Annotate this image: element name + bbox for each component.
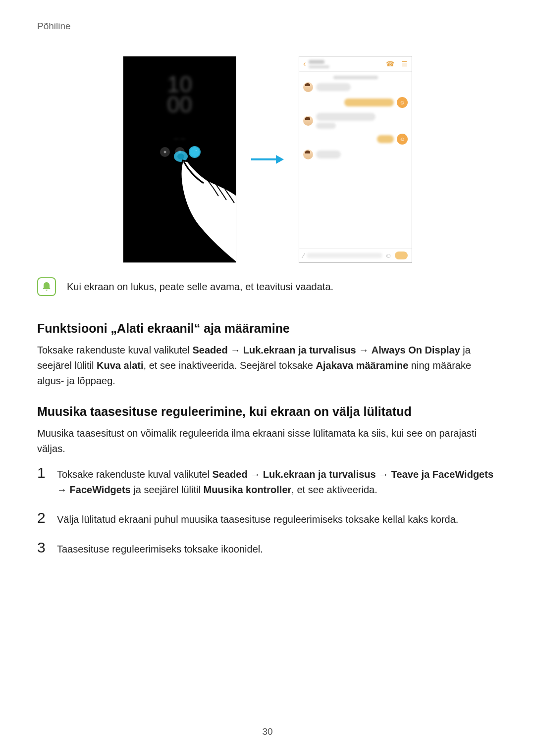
- tap-hand-illustration: [173, 151, 236, 263]
- side-rule: [26, 0, 26, 35]
- bubble-in: [316, 83, 351, 91]
- step-2: 2 Välja lülitatud ekraani puhul muusika …: [37, 510, 498, 527]
- bubble-out: [344, 99, 394, 106]
- para-music: Muusika taasesitust on võimalik reguleer…: [37, 426, 498, 456]
- message-in-2: [299, 112, 412, 133]
- chat-title: [309, 60, 324, 64]
- para-schedule: Toksake rakenduste kuval valikutel Seade…: [37, 343, 498, 389]
- heading-schedule: Funktsiooni „Alati ekraanil“ aja määrami…: [37, 321, 498, 336]
- avatar: [303, 150, 313, 159]
- step-body: Taasesituse reguleerimiseks toksake ikoo…: [57, 540, 263, 557]
- figure-row: 10 00 — —: [0, 56, 535, 263]
- section-header: Põhiline: [37, 21, 71, 32]
- chat-header: ‹ ☎ ☰: [299, 56, 412, 72]
- bubble-in: [316, 151, 341, 158]
- step-3: 3 Taasesituse reguleerimiseks toksake ik…: [37, 540, 498, 557]
- avatar-out: ☺: [397, 134, 408, 145]
- step-body: Välja lülitatud ekraani puhul muusika ta…: [57, 510, 458, 527]
- aod-caption: — —: [123, 136, 236, 141]
- step-number: 2: [37, 510, 48, 527]
- message-out-1: ☺: [299, 96, 412, 112]
- avatar-out: ☺: [397, 97, 408, 108]
- page-number: 30: [0, 726, 535, 737]
- step-number: 3: [37, 540, 48, 557]
- avatar: [303, 82, 313, 92]
- chat-input-bar: ∕ ☺: [299, 248, 412, 262]
- arrow-right-icon: [250, 154, 285, 165]
- aod-icon-1: [160, 147, 170, 157]
- input-placeholder: [307, 253, 381, 258]
- step-1: 1 Toksake rakenduste kuval valikutel Sea…: [37, 465, 498, 498]
- note-text: Kui ekraan on lukus, peate selle avama, …: [67, 280, 333, 294]
- attach-icon: ∕: [303, 252, 304, 259]
- note-row: Kui ekraan on lukus, peate selle avama, …: [37, 277, 498, 296]
- svg-point-3: [177, 153, 184, 159]
- bubble-in: [316, 123, 336, 129]
- message-in-3: [299, 149, 412, 163]
- aod-clock: 10 00: [123, 74, 236, 115]
- message-in-1: [299, 81, 412, 96]
- svg-point-0: [163, 151, 166, 153]
- note-bell-icon: [37, 277, 56, 296]
- heading-music: Muusika taasesituse reguleerimine, kui e…: [37, 404, 498, 419]
- section-schedule: Funktsiooni „Alati ekraanil“ aja määrami…: [37, 321, 498, 389]
- menu-icon: ☰: [401, 60, 408, 68]
- clock-minutes: 00: [123, 95, 236, 115]
- step-number: 1: [37, 465, 48, 498]
- phone-chat: ‹ ☎ ☰ ☺ ☺: [299, 56, 412, 263]
- chat-date: [299, 76, 412, 79]
- call-icon: ☎: [386, 60, 394, 68]
- bubble-in: [316, 113, 375, 121]
- emoji-icon: ☺: [385, 252, 392, 259]
- send-button: [395, 252, 408, 259]
- back-chevron-icon: ‹: [303, 59, 306, 68]
- chat-subtitle: [309, 65, 329, 68]
- steps-list: 1 Toksake rakenduste kuval valikutel Sea…: [37, 465, 498, 570]
- avatar: [303, 116, 313, 126]
- phone-lockscreen: 10 00 — —: [123, 56, 236, 263]
- bubble-out: [377, 135, 394, 143]
- message-out-2: ☺: [299, 133, 412, 149]
- step-body: Toksake rakenduste kuval valikutel Seade…: [57, 465, 498, 498]
- section-music: Muusika taasesituse reguleerimine, kui e…: [37, 404, 498, 456]
